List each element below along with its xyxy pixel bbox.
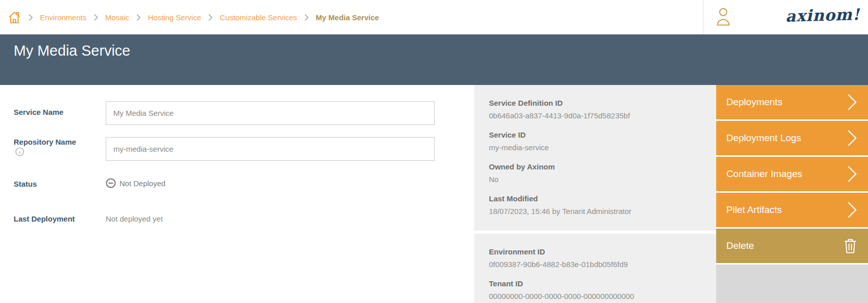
action-buttons-panel: Deployments Deployment Logs Container Im… [716, 85, 868, 303]
service-definition-id-label: Service Definition ID [489, 99, 706, 107]
breadcrumb-item-customizable-services[interactable]: Customizable Services [220, 13, 297, 22]
service-info-panel: Service Definition ID 0b646a03-a837-4413… [474, 85, 716, 231]
home-icon [8, 10, 21, 24]
container-images-button-label: Container Images [726, 168, 802, 180]
last-modified-label: Last Modified [489, 194, 706, 203]
repository-name-input[interactable] [106, 137, 435, 161]
owned-by-axinom-label: Owned by Axinom [489, 162, 706, 171]
axinom-logo[interactable]: axinom! [786, 5, 860, 25]
deployment-logs-button[interactable]: Deployment Logs [716, 121, 868, 155]
page-header: My Media Service [0, 34, 868, 85]
environment-id-label: Environment ID [489, 247, 706, 256]
user-icon [716, 7, 731, 26]
page-title: My Media Service [14, 42, 130, 59]
tenant-id-label: Tenant ID [489, 279, 706, 288]
chevron-right-icon [136, 14, 141, 21]
service-name-label: Service Name [14, 108, 63, 116]
delete-button[interactable]: Delete [716, 229, 868, 263]
topbar-divider [703, 0, 704, 34]
actions-filler [716, 265, 868, 303]
home-button[interactable] [8, 10, 21, 24]
status-value: Not Deployed [106, 178, 166, 188]
pilet-artifacts-button-label: Pilet Artifacts [726, 204, 782, 215]
delete-button-label: Delete [726, 240, 754, 251]
deployments-button-label: Deployments [726, 97, 782, 108]
tenant-id-value: 00000000-0000-0000-0000-000000000000 [489, 292, 706, 300]
detail-item: Owned by Axinom No [489, 162, 706, 184]
last-deployment-label: Last Deployment [14, 214, 75, 223]
detail-item: Service Definition ID 0b646a03-a837-4413… [489, 99, 706, 120]
top-navigation-bar: Environments Mosaic Hosting Service Cust… [0, 0, 868, 34]
chevron-right-icon [847, 94, 857, 111]
service-id-label: Service ID [489, 131, 706, 139]
info-icon[interactable] [15, 147, 24, 156]
deployments-button[interactable]: Deployments [716, 85, 868, 119]
breadcrumb-item-environments[interactable]: Environments [40, 13, 87, 22]
detail-item: Service ID my-media-service [489, 131, 706, 152]
repository-name-label: Repository Name [14, 138, 76, 146]
pilet-artifacts-button[interactable]: Pilet Artifacts [716, 193, 868, 227]
trash-icon [844, 238, 857, 254]
owned-by-axinom-value: No [489, 175, 706, 184]
service-id-value: my-media-service [489, 143, 706, 152]
breadcrumb-item-hosting-service[interactable]: Hosting Service [148, 13, 201, 22]
deployment-logs-button-label: Deployment Logs [726, 133, 801, 144]
breadcrumb-item-mosaic[interactable]: Mosaic [105, 13, 130, 22]
service-definition-id-value: 0b646a03-a837-4413-9d0a-1f75d58235bf [489, 111, 706, 120]
breadcrumb-current-page: My Media Service [316, 13, 379, 22]
detail-item: Last Modified 18/07/2023, 15:46 by Tenan… [489, 194, 706, 215]
chevron-right-icon [847, 129, 857, 147]
chevron-right-icon [28, 14, 33, 21]
detail-item: Environment ID 0f009387-90b6-4882-b83e-0… [489, 247, 706, 269]
not-deployed-icon [106, 178, 116, 188]
last-deployment-value: Not deployed yet [106, 214, 163, 223]
chevron-right-icon [304, 14, 309, 21]
chevron-right-icon [94, 14, 98, 21]
environment-id-value: 0f009387-90b6-4882-b83e-01bdb05f6fd9 [489, 260, 706, 269]
breadcrumb: Environments Mosaic Hosting Service Cust… [8, 0, 379, 34]
container-images-button[interactable]: Container Images [716, 157, 868, 191]
environment-info-panel: Environment ID 0f009387-90b6-4882-b83e-0… [474, 234, 716, 303]
service-name-input[interactable] [106, 101, 435, 125]
user-profile-button[interactable] [716, 7, 731, 26]
last-modified-value: 18/07/2023, 15:46 by Tenant Administrato… [489, 207, 706, 215]
chevron-right-icon [847, 201, 857, 219]
detail-item: Tenant ID 00000000-0000-0000-0000-000000… [489, 279, 706, 300]
status-text: Not Deployed [119, 179, 166, 188]
chevron-right-icon [847, 165, 857, 183]
chevron-right-icon [208, 14, 213, 21]
status-label: Status [14, 180, 37, 188]
